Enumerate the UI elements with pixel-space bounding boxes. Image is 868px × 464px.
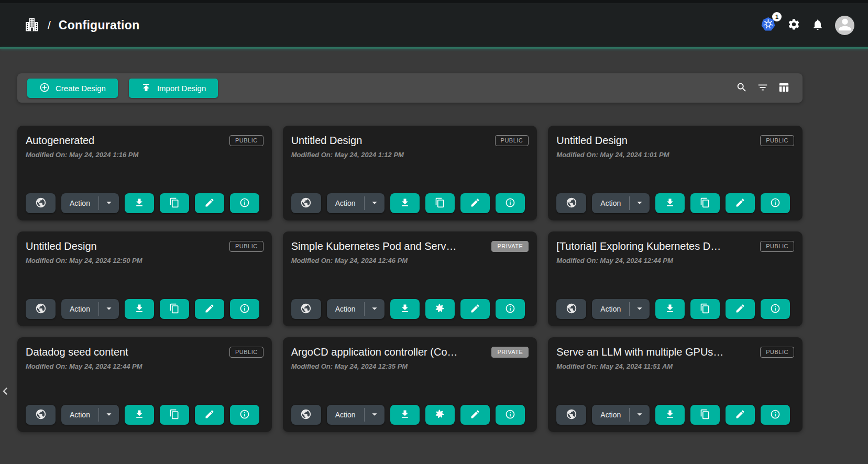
visibility-globe-button[interactable] [556, 405, 586, 425]
clone-button[interactable] [690, 299, 720, 319]
visibility-globe-button[interactable] [556, 193, 586, 213]
action-dropdown-toggle[interactable] [365, 193, 384, 213]
design-title: ArgoCD application controller (Co… [291, 346, 458, 358]
action-split-button: Action [61, 193, 119, 213]
design-card-header: Datadog seed content PUBLIC [26, 346, 263, 358]
organization-button[interactable] [24, 17, 40, 34]
design-card: Untitled Design PUBLIC Modified On: May … [283, 126, 537, 220]
action-dropdown-toggle[interactable] [365, 299, 384, 319]
info-button[interactable] [496, 405, 525, 425]
download-button[interactable] [125, 193, 154, 213]
visibility-badge: PRIVATE [491, 347, 529, 358]
info-button[interactable] [230, 193, 259, 213]
info-button[interactable] [761, 193, 790, 213]
clone-button[interactable] [425, 193, 455, 213]
info-button[interactable] [230, 299, 259, 319]
collapse-drawer-button[interactable] [0, 384, 13, 400]
edit-button[interactable] [195, 193, 224, 213]
visibility-globe-button[interactable] [556, 299, 586, 319]
visibility-globe-button[interactable] [26, 405, 56, 425]
download-button[interactable] [655, 405, 685, 425]
visibility-globe-button[interactable] [26, 193, 56, 213]
pencil-icon [735, 303, 745, 315]
design-card-header: Simple Kubernetes Pod and Serv… PRIVATE [291, 240, 529, 252]
filter-button[interactable] [757, 82, 768, 95]
kubernetes-context-button[interactable]: 1 [760, 16, 776, 34]
info-button[interactable] [761, 405, 790, 425]
action-dropdown-toggle[interactable] [630, 299, 650, 319]
action-dropdown-toggle[interactable] [630, 405, 650, 425]
design-card-header: Untitled Design PUBLIC [26, 240, 263, 252]
download-button[interactable] [390, 299, 420, 319]
action-button[interactable]: Action [327, 299, 364, 319]
edit-button[interactable] [726, 405, 755, 425]
action-button[interactable]: Action [327, 405, 364, 425]
info-button[interactable] [496, 193, 525, 213]
user-avatar[interactable] [835, 16, 854, 35]
edit-button[interactable] [460, 193, 490, 213]
info-button[interactable] [496, 299, 525, 319]
gear-icon [787, 18, 800, 32]
action-button[interactable]: Action [592, 405, 629, 425]
clone-button[interactable] [690, 405, 720, 425]
design-title: Autogenerated [26, 134, 94, 147]
download-button[interactable] [125, 405, 154, 425]
action-button[interactable]: Action [61, 193, 98, 213]
edit-button[interactable] [460, 405, 490, 425]
caret-down-icon [369, 303, 380, 316]
action-button[interactable]: Action [61, 299, 98, 319]
action-button[interactable]: Action [592, 193, 629, 213]
table-view-button[interactable] [778, 82, 789, 95]
add-circle-icon [39, 82, 50, 94]
design-card-header: Untitled Design PUBLIC [291, 134, 529, 147]
edit-button[interactable] [195, 299, 224, 319]
design-card: [Tutorial] Exploring Kubernetes D… PUBLI… [548, 231, 803, 326]
visibility-globe-button[interactable] [291, 299, 321, 319]
edit-button[interactable] [460, 299, 490, 319]
spiral-button[interactable] [425, 299, 455, 319]
design-title: Untitled Design [26, 240, 97, 252]
action-split-button: Action [327, 193, 384, 213]
info-button[interactable] [761, 299, 790, 319]
info-icon [770, 197, 781, 209]
action-button[interactable]: Action [592, 299, 629, 319]
download-button[interactable] [390, 405, 420, 425]
clone-button[interactable] [160, 193, 189, 213]
clone-button[interactable] [160, 405, 189, 425]
download-button[interactable] [655, 193, 685, 213]
action-button[interactable]: Action [61, 405, 98, 425]
visibility-badge: PUBLIC [495, 135, 529, 146]
edit-button[interactable] [726, 193, 755, 213]
download-button[interactable] [390, 193, 420, 213]
action-dropdown-toggle[interactable] [99, 405, 119, 425]
action-dropdown-toggle[interactable] [365, 405, 384, 425]
download-button[interactable] [125, 299, 154, 319]
caret-down-icon [103, 408, 115, 422]
filter-icon [757, 82, 768, 95]
copy-icon [169, 197, 180, 209]
copy-icon [435, 197, 445, 209]
visibility-globe-button[interactable] [291, 193, 321, 213]
clone-button[interactable] [160, 299, 189, 319]
info-button[interactable] [230, 405, 259, 425]
visibility-globe-button[interactable] [291, 405, 321, 425]
import-design-button[interactable]: Import Design [129, 79, 218, 98]
globe-icon [566, 408, 577, 422]
search-button[interactable] [736, 82, 748, 95]
notifications-button[interactable] [811, 18, 824, 32]
settings-button[interactable] [787, 18, 800, 32]
spiral-button[interactable] [425, 405, 455, 425]
edit-button[interactable] [726, 299, 755, 319]
design-card-actions: Action [291, 299, 529, 319]
action-button[interactable]: Action [327, 193, 364, 213]
visibility-globe-button[interactable] [26, 299, 56, 319]
edit-button[interactable] [195, 405, 224, 425]
action-dropdown-toggle[interactable] [99, 193, 119, 213]
clone-button[interactable] [690, 193, 720, 213]
pencil-icon [470, 409, 480, 421]
download-button[interactable] [655, 299, 685, 319]
create-design-button[interactable]: Create Design [27, 79, 118, 98]
action-dropdown-toggle[interactable] [99, 299, 119, 319]
action-dropdown-toggle[interactable] [630, 193, 650, 213]
globe-icon [300, 303, 312, 316]
